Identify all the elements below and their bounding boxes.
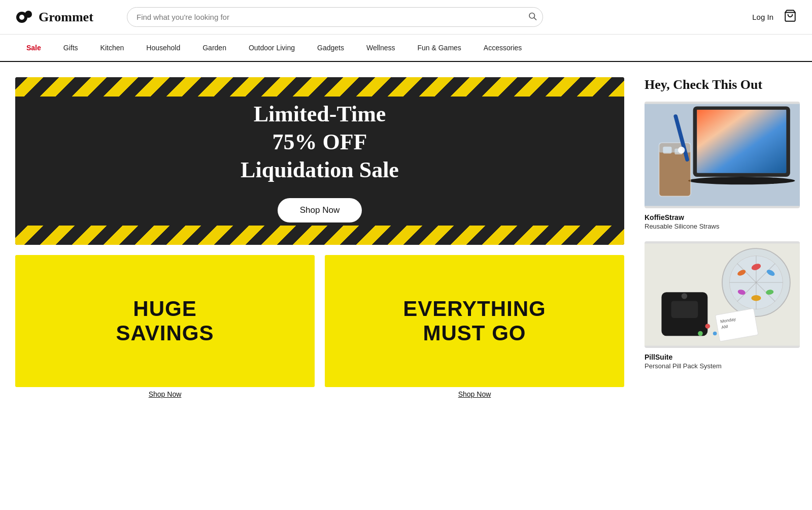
yellow-card-savings[interactable]: HUGE SAVINGS [15,255,315,387]
svg-line-4 [534,17,536,19]
sidebar-product-koffie: KoffieStraw Reusable Silicone Straws [645,102,800,230]
pillsuite-product-svg: Monday AM [645,241,800,348]
svg-point-32 [682,293,687,299]
koffie-product-name: KoffieStraw [645,213,800,221]
yellow-card-must-go[interactable]: EVERYTHING MUST GO [325,255,624,387]
koffie-product-image[interactable] [645,102,800,208]
svg-rect-13 [663,147,671,153]
sidebar-product-pillsuite: Monday AM PillSuite Personal Pill Pack S… [645,241,800,370]
hero-banner: Limited-Time 75% OFF Liquidation Sale Sh… [15,77,624,245]
cart-svg [784,9,797,22]
svg-point-37 [713,332,717,336]
logo-area: Grommet [15,8,117,26]
nav-item-wellness[interactable]: Wellness [355,35,407,61]
svg-point-10 [688,177,795,184]
yellow-card-wrapper-2: EVERYTHING MUST GO Shop Now [325,255,624,398]
nav-item-outdoor-living[interactable]: Outdoor Living [238,35,306,61]
header: Grommet Log In [0,0,812,35]
nav-item-gadgets[interactable]: Gadgets [306,35,355,61]
nav-item-accessories[interactable]: Accessories [472,35,533,61]
sidebar: Hey, Check This Out [639,62,812,413]
nav-item-household[interactable]: Household [135,35,191,61]
hero-title: Limited-Time 75% OFF Liquidation Sale [241,100,399,184]
sidebar-title: Hey, Check This Out [645,77,800,92]
yellow-cards-row: HUGE SAVINGS Shop Now EVERYTHING MUST GO… [15,255,624,398]
hero-shop-now-button[interactable]: Shop Now [278,198,362,222]
hero-content: Limited-Time 75% OFF Liquidation Sale Sh… [230,80,409,243]
card-shop-link-2[interactable]: Shop Now [325,387,624,398]
nav: Sale Gifts Kitchen Household Garden Outd… [0,35,812,62]
yellow-card-savings-text: HUGE SAVINGS [116,297,214,346]
svg-rect-31 [671,301,698,317]
pillsuite-product-name: PillSuite [645,353,800,361]
search-input[interactable] [127,7,543,27]
svg-point-36 [705,324,710,329]
koffie-product-svg [645,102,800,208]
koffie-product-desc: Reusable Silicone Straws [645,222,800,230]
yellow-card-wrapper-1: HUGE SAVINGS Shop Now [15,255,315,398]
nav-item-fun-games[interactable]: Fun & Games [406,35,472,61]
svg-point-38 [698,331,703,336]
header-right: Log In [752,9,797,25]
svg-point-16 [678,147,685,153]
nav-item-gifts[interactable]: Gifts [52,35,89,61]
svg-point-27 [751,295,761,301]
pillsuite-product-image[interactable]: Monday AM [645,241,800,348]
svg-rect-9 [697,110,786,173]
search-button[interactable] [528,11,537,23]
search-bar [127,7,543,27]
login-link[interactable]: Log In [752,13,773,21]
logo-text: Grommet [39,10,93,25]
card-shop-link-1[interactable]: Shop Now [15,387,315,398]
cart-icon[interactable] [784,9,797,25]
nav-item-kitchen[interactable]: Kitchen [89,35,136,61]
nav-item-garden[interactable]: Garden [191,35,238,61]
content-area: Limited-Time 75% OFF Liquidation Sale Sh… [0,62,639,413]
main-content: Limited-Time 75% OFF Liquidation Sale Sh… [0,62,812,413]
search-icon [528,11,537,20]
pillsuite-product-desc: Personal Pill Pack System [645,362,800,370]
svg-point-2 [25,11,32,18]
yellow-card-must-go-text: EVERYTHING MUST GO [403,297,546,346]
svg-point-1 [19,15,24,20]
nav-item-sale[interactable]: Sale [15,35,52,61]
logo-icon [15,8,33,26]
